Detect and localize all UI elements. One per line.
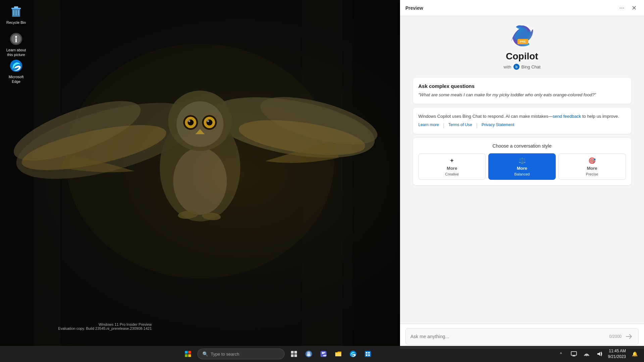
learn-about-picture-icon[interactable]: Learn about this picture xyxy=(3,30,30,59)
learn-about-image xyxy=(9,32,23,46)
svg-rect-47 xyxy=(294,351,297,354)
panel-header: Preview ··· ✕ xyxy=(400,0,644,16)
panel-title: Preview xyxy=(405,5,423,11)
more-precise-button[interactable]: 🎯 More Precise xyxy=(558,153,626,180)
copilot-subtitle: with b Bing Chat xyxy=(503,64,540,70)
clock-time: 11:45 AM xyxy=(609,348,626,354)
taskbar-search[interactable]: 🔍 Type to search xyxy=(197,349,285,359)
precise-label-main: More xyxy=(587,166,597,171)
svg-rect-48 xyxy=(291,354,294,357)
copilot-logo-area: PRE Copilot with b Bing Chat xyxy=(503,23,540,70)
char-count: 0/2000 xyxy=(609,334,622,339)
network-icon[interactable] xyxy=(581,349,592,359)
edge-taskbar-button[interactable] xyxy=(346,347,360,361)
microsoft-edge-icon[interactable]: Microsoft Edge xyxy=(3,57,30,86)
svg-rect-49 xyxy=(294,354,297,357)
learn-about-label: Learn about this picture xyxy=(4,48,28,57)
svg-point-53 xyxy=(322,352,324,354)
learn-more-link[interactable]: Learn more xyxy=(418,122,439,128)
svg-point-13 xyxy=(173,148,227,215)
svg-rect-63 xyxy=(572,356,576,356)
conversation-style-card: Choose a conversation style ✦ More Creat… xyxy=(413,138,631,185)
teams-button[interactable] xyxy=(317,347,330,361)
copilot-logo: PRE xyxy=(510,23,534,47)
svg-point-35 xyxy=(15,36,17,38)
recycle-bin-icon[interactable]: Recycle Bin xyxy=(3,3,30,26)
creative-icon: ✦ xyxy=(449,157,454,164)
balanced-icon: ⚖️ xyxy=(518,157,526,164)
task-view-button[interactable] xyxy=(287,347,301,361)
svg-rect-36 xyxy=(15,38,17,42)
edge-image xyxy=(9,58,23,73)
svg-point-21 xyxy=(206,119,212,125)
svg-rect-45 xyxy=(188,354,191,357)
svg-point-22 xyxy=(188,120,190,122)
precise-label-sub: Precise xyxy=(586,172,598,176)
svg-point-23 xyxy=(207,120,209,122)
precise-icon: 🎯 xyxy=(588,157,596,164)
file-explorer-button[interactable] xyxy=(332,347,345,361)
desktop-wallpaper: Recycle Bin Learn about this picture Mic… xyxy=(0,0,400,349)
balanced-label-main: More xyxy=(517,166,527,171)
svg-rect-56 xyxy=(365,351,371,357)
panel-controls: ··· ✕ xyxy=(617,3,639,13)
start-button[interactable] xyxy=(181,347,195,361)
svg-rect-57 xyxy=(366,352,367,354)
svg-point-54 xyxy=(324,352,325,354)
svg-rect-61 xyxy=(571,352,577,355)
bing-icon: b xyxy=(513,64,519,70)
terms-of-use-link[interactable]: Terms of Use xyxy=(448,122,472,128)
store-button[interactable] xyxy=(361,347,375,361)
speaker-icon[interactable] xyxy=(594,349,605,359)
recycle-bin-label: Recycle Bin xyxy=(6,20,26,25)
svg-rect-29 xyxy=(14,6,18,8)
wallpaper-image xyxy=(0,0,400,349)
recycle-bin-image xyxy=(9,4,23,19)
svg-rect-59 xyxy=(366,354,367,356)
card-quote: "What are some meals I can make for my p… xyxy=(418,92,596,97)
notification-icon[interactable]: 🔔 xyxy=(629,349,640,359)
taskbar: 🔍 Type to search xyxy=(0,346,644,362)
svg-text:b: b xyxy=(515,65,517,69)
ask-complex-questions-card: Ask complex questions "What are some mea… xyxy=(413,78,631,104)
svg-point-64 xyxy=(586,355,587,356)
svg-rect-3 xyxy=(352,0,400,349)
ms-edge-label: Microsoft Edge xyxy=(4,74,28,84)
panel-body: PRE Copilot with b Bing Chat Ask complex… xyxy=(400,16,644,324)
clock-date: 9/21/2023 xyxy=(608,354,626,360)
svg-rect-42 xyxy=(185,351,188,354)
svg-rect-60 xyxy=(368,354,370,356)
more-balanced-button[interactable]: ⚖️ More Balanced xyxy=(488,153,556,180)
taskbar-center-icons: 🔍 Type to search xyxy=(0,347,556,361)
balanced-label-sub: Balanced xyxy=(514,172,530,176)
send-feedback-link[interactable]: send feedback xyxy=(553,114,581,119)
watermark: Windows 11 Pro Insider Preview Evaluatio… xyxy=(58,322,152,330)
footer-links: Learn more | Terms of Use | Privacy Stat… xyxy=(418,122,626,128)
display-icon[interactable] xyxy=(568,349,579,359)
conversation-style-title: Choose a conversation style xyxy=(418,143,626,149)
bing-chat-label: Bing Chat xyxy=(522,64,541,69)
more-creative-button[interactable]: ✦ More Creative xyxy=(418,153,486,180)
copilot-panel: Preview ··· ✕ xyxy=(400,0,644,349)
system-tray: ^ 11:45 AM 9/21/2023 xyxy=(556,348,644,360)
search-placeholder: Type to search xyxy=(211,352,239,357)
send-button[interactable] xyxy=(624,332,634,341)
privacy-statement-link[interactable]: Privacy Statement xyxy=(482,122,514,128)
close-button[interactable]: ✕ xyxy=(629,3,639,13)
more-options-button[interactable]: ··· xyxy=(617,3,627,13)
feedback-text: Windows Copilot uses Bing Chat to respon… xyxy=(418,113,626,120)
creative-label-main: More xyxy=(447,166,457,171)
style-buttons-group: ✦ More Creative ⚖️ More Balanced 🎯 More … xyxy=(418,153,626,180)
widgets-button[interactable] xyxy=(302,347,315,361)
chat-input-field[interactable] xyxy=(410,334,609,339)
feedback-card: Windows Copilot uses Bing Chat to respon… xyxy=(413,108,631,134)
svg-rect-46 xyxy=(291,351,294,354)
system-clock[interactable]: 11:45 AM 9/21/2023 xyxy=(607,348,627,360)
subtitle-with: with xyxy=(503,64,511,69)
card-title: Ask complex questions xyxy=(418,83,626,89)
show-hidden-icons-button[interactable]: ^ xyxy=(556,349,566,359)
svg-rect-58 xyxy=(368,352,370,354)
search-icon: 🔍 xyxy=(202,351,208,357)
svg-rect-44 xyxy=(185,354,188,357)
chat-input-wrapper: 0/2000 xyxy=(405,328,639,345)
